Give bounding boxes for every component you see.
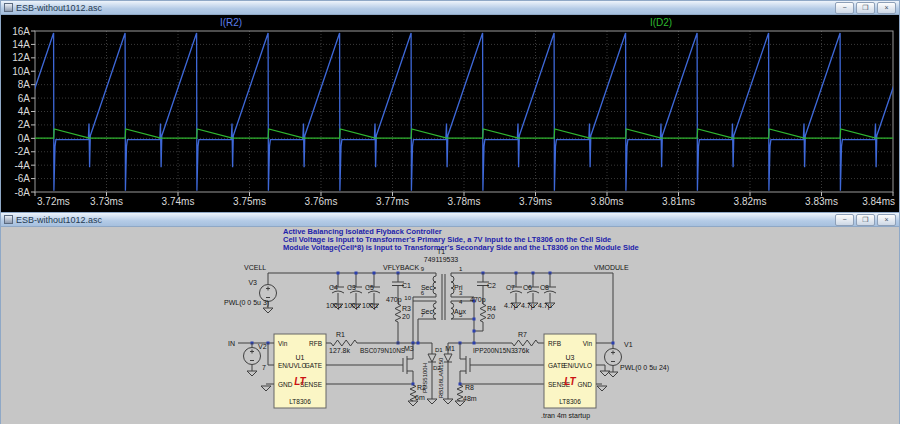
part-ref-r4: R4 bbox=[487, 305, 496, 312]
spice-directive: .tran 4m startup bbox=[541, 412, 590, 420]
schematic-window-title: ESB-without1012.asc bbox=[16, 214, 832, 226]
part-value-c2: 470p bbox=[470, 296, 486, 304]
junction-dot bbox=[473, 342, 476, 345]
u3-pin-gnd: GND bbox=[578, 381, 593, 388]
part-value-v2: 7 bbox=[262, 364, 266, 371]
u1-pin-vin: Vin bbox=[278, 340, 288, 347]
part-ref-c8: C8 bbox=[540, 284, 549, 291]
u1-pin-gnd: GND bbox=[278, 381, 293, 388]
part-ref-r3: R3 bbox=[402, 305, 411, 312]
schematic-canvas[interactable]: Active Balancing Isolated Flyback Contro… bbox=[1, 227, 899, 424]
minimize-button[interactable]: − bbox=[835, 214, 854, 226]
part-value-u3: LT8306 bbox=[559, 398, 581, 405]
close-button[interactable]: × bbox=[877, 2, 896, 14]
part-value-v1: PWL(0 0 5u 24) bbox=[620, 364, 669, 372]
part-ref-c2: C2 bbox=[487, 282, 496, 289]
part-value-c3: 100µ bbox=[344, 302, 360, 310]
u3-pin-vin: Vin bbox=[583, 340, 593, 347]
ltspice-application: ESB-without1012.asc − ❐ × 16A14A12A10A8A… bbox=[0, 0, 900, 424]
part-ref-u1: U1 bbox=[296, 354, 305, 361]
x-axis-tick-label: 3.79ms bbox=[519, 196, 552, 207]
y-axis-tick-label: 6A bbox=[18, 93, 31, 104]
waveform-window: ESB-without1012.asc − ❐ × 16A14A12A10A8A… bbox=[0, 0, 900, 212]
x-axis-tick-label: 3.83ms bbox=[805, 196, 838, 207]
part-ref-c5: C5 bbox=[365, 284, 374, 291]
lt-logo-icon: LT bbox=[564, 376, 576, 387]
u1-pin-gate: GATE bbox=[305, 362, 323, 369]
x-axis-tick-label: 3.75ms bbox=[233, 196, 266, 207]
y-axis-tick-label: 8A bbox=[18, 79, 31, 90]
part-value-v3: PWL(0 0 5u 3) bbox=[224, 299, 269, 307]
part-ref-c3: C3 bbox=[347, 284, 356, 291]
part-ref-c6: C6 bbox=[523, 284, 532, 291]
part-value-r7: 376k bbox=[514, 347, 530, 354]
y-axis-tick-label: 16A bbox=[12, 26, 30, 37]
part-ref-m3: M3 bbox=[404, 345, 414, 352]
part-value-u1: LT8306 bbox=[289, 398, 311, 405]
x-axis-tick-label: 3.80ms bbox=[591, 196, 624, 207]
y-axis-tick-label: 4A bbox=[18, 106, 31, 117]
part-value-d1: PDS5100H bbox=[422, 363, 428, 393]
junction-dot bbox=[355, 272, 358, 275]
part-ref-v1: V1 bbox=[624, 341, 633, 348]
y-axis-tick-label: -6A bbox=[14, 173, 30, 184]
part-value-r2: 6m bbox=[415, 394, 425, 401]
part-value-c5: 100µ bbox=[362, 302, 378, 310]
x-axis-tick-label: 3.73ms bbox=[90, 196, 123, 207]
y-axis-tick-label: 0A bbox=[18, 133, 31, 144]
part-ref-u3: U3 bbox=[566, 354, 575, 361]
y-axis-tick-label: -8A bbox=[14, 187, 30, 198]
part-value-r3: 20 bbox=[402, 313, 410, 320]
schematic-window-controls: − ❐ × bbox=[835, 214, 896, 226]
y-axis-tick-label: 10A bbox=[12, 66, 30, 77]
part-value-c4: 100µ bbox=[326, 302, 342, 310]
x-axis-tick-label: 3.77ms bbox=[376, 196, 409, 207]
part-ref-r8: R8 bbox=[465, 384, 474, 391]
part-value-m1: IPP200N15N3 bbox=[473, 347, 515, 354]
part-ref-v2: V2 bbox=[258, 343, 267, 350]
part-value-c7: 4.7µ bbox=[504, 302, 518, 310]
part-value-c8: 4.7µ bbox=[538, 302, 552, 310]
plot-window-title: ESB-without1012.asc bbox=[16, 2, 832, 14]
legend-item-ir2: I(R2) bbox=[220, 17, 242, 28]
u1-pin-rfb: RFB bbox=[309, 340, 322, 347]
minimize-button[interactable]: − bbox=[835, 2, 854, 14]
part-value-c6: 4.7µ bbox=[521, 302, 535, 310]
u3-pin-rfb: RFB bbox=[548, 340, 561, 347]
junction-dot bbox=[417, 342, 420, 345]
junction-dot bbox=[612, 342, 615, 345]
waveform-window-icon bbox=[4, 3, 13, 12]
y-axis-tick-label: -4A bbox=[14, 160, 30, 171]
y-axis-tick-label: 12A bbox=[12, 52, 30, 63]
part-ref-v3: V3 bbox=[248, 279, 257, 286]
u1-pin-en-uvlo: EN/UVLO bbox=[278, 362, 307, 369]
junction-dot bbox=[337, 272, 340, 275]
x-axis-tick-label: 3.76ms bbox=[305, 196, 338, 207]
schematic-titlebar[interactable]: ESB-without1012.asc − ❐ × bbox=[1, 213, 899, 227]
part-value-c1: 470p bbox=[386, 296, 402, 304]
part-ref-c4: C4 bbox=[329, 284, 338, 291]
junction-dot bbox=[373, 272, 376, 275]
schematic-window-icon bbox=[4, 215, 13, 224]
plot-window-controls: − ❐ × bbox=[835, 2, 896, 14]
restore-button[interactable]: ❐ bbox=[856, 2, 875, 14]
schematic-comment: Module Voltage(Cell*8) is Input to Trans… bbox=[283, 243, 639, 252]
schematic-window: ESB-without1012.asc − ❐ × Active Balanci… bbox=[0, 212, 900, 424]
x-axis-tick-label: 3.78ms bbox=[448, 196, 481, 207]
restore-button[interactable]: ❐ bbox=[856, 214, 875, 226]
part-ref-c1: C1 bbox=[402, 282, 411, 289]
close-button[interactable]: × bbox=[877, 214, 896, 226]
x-axis-tick-label: 3.84ms bbox=[862, 196, 895, 207]
plot-titlebar[interactable]: ESB-without1012.asc − ❐ × bbox=[1, 1, 899, 15]
part-value-d2: RB168LAM150 bbox=[438, 357, 444, 398]
pin-10: 10 bbox=[404, 295, 411, 301]
junction-dot bbox=[473, 318, 476, 321]
x-axis-tick-label: 3.82ms bbox=[734, 196, 767, 207]
part-ref-m1: M1 bbox=[445, 345, 455, 352]
part-ref-r1: R1 bbox=[336, 331, 345, 338]
waveform-plot-canvas[interactable]: 16A14A12A10A8A6A4A2A0A-2A-4A-6A-8A3.72ms… bbox=[1, 15, 899, 212]
part-value-r8: 48m bbox=[463, 395, 477, 402]
y-axis-tick-label: -2A bbox=[14, 146, 30, 157]
net-label-vcell: VCELL bbox=[244, 264, 266, 271]
y-axis-tick-label: 14A bbox=[12, 39, 30, 50]
